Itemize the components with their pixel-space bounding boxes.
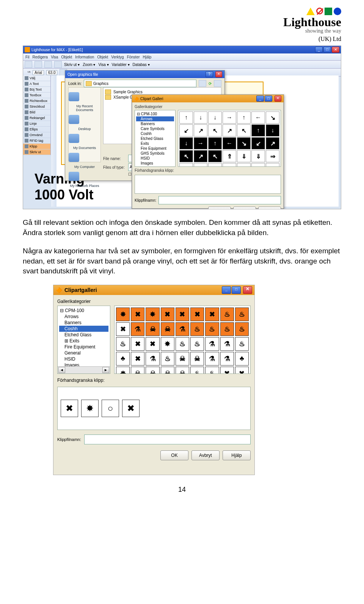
category-tree[interactable]: ⊟ CPM-100ArrowsBannersCare SymbolsCoshhE… <box>135 110 176 167</box>
clipart-cell[interactable]: ← <box>223 137 236 149</box>
cancel-button[interactable]: Avbryt <box>191 450 220 460</box>
tool-item[interactable]: Bild <box>23 110 50 115</box>
tree-item[interactable]: Exits <box>136 141 174 146</box>
place-item[interactable]: My Documents <box>69 134 100 150</box>
help-button[interactable]: ? <box>206 71 213 77</box>
scroll-left[interactable]: ◄ <box>58 367 65 373</box>
hazard-cell[interactable]: ♨ <box>161 352 174 366</box>
close-button[interactable]: ✕ <box>243 286 252 294</box>
category-tree[interactable]: ⊟ CPM-100ArrowsBannersCoshhEtched Glass⊞… <box>57 306 110 374</box>
hazard-cell[interactable]: ✖ <box>161 307 174 321</box>
toolbar-item[interactable]: Databas ▾ <box>133 63 150 67</box>
toolbar-button[interactable] <box>25 61 32 68</box>
hazard-cell[interactable]: ⚗ <box>205 352 219 366</box>
toolbar-item[interactable]: Zoom ▾ <box>83 63 95 67</box>
view-button[interactable] <box>214 80 221 87</box>
clipart-cell[interactable]: ↑ <box>266 163 279 167</box>
hazard-cell[interactable]: ✖ <box>235 367 249 374</box>
hazard-cell[interactable]: ✖ <box>205 307 219 321</box>
tool-item[interactable]: Linje <box>23 121 50 127</box>
clipart-grid[interactable]: ✸✖✸✖✖✖✖♨♨✖⚗☠☠⚗♨♨♨♨♨✖✖✸♨♨⚗⚗♨♣✖⚗♨☠☠⚗⚗♣✸☠☠☠… <box>114 306 251 374</box>
clipart-cell[interactable]: ↗ <box>266 137 279 149</box>
clipart-cell[interactable]: ⇑ <box>179 163 193 167</box>
clipart-cell[interactable]: ↗ <box>223 124 236 136</box>
hazard-cell[interactable]: ♨ <box>116 337 130 351</box>
clipart-cell[interactable]: ⇓ <box>237 150 251 162</box>
clipart-cell[interactable]: ↑ <box>208 137 222 149</box>
hazard-cell[interactable]: ♨ <box>190 367 204 374</box>
hazard-cell[interactable]: ✖ <box>190 307 204 321</box>
tool-item[interactable]: Ellips <box>23 127 50 132</box>
clipart-cell[interactable]: ↓ <box>194 111 207 124</box>
menu-item[interactable]: Hjälp <box>143 55 152 59</box>
tree-item[interactable]: General <box>59 350 108 356</box>
menu-item[interactable]: Objekt <box>61 55 72 59</box>
lookin-combo[interactable]: Graphics <box>84 80 196 87</box>
place-item[interactable]: My Recent Documents <box>69 92 100 112</box>
clipart-cell[interactable]: ↖ <box>208 150 222 162</box>
hazard-cell[interactable]: ✸ <box>146 307 159 321</box>
menubar[interactable]: FilRedigeraVisaObjektInformationObjektVe… <box>23 53 341 61</box>
clipart-cell[interactable]: ⇐ <box>194 163 207 167</box>
hazard-cell[interactable]: ✖ <box>220 367 234 374</box>
clipart-cell[interactable]: ← <box>251 111 265 124</box>
scroll-right[interactable]: ► <box>102 367 109 373</box>
clipart-cell[interactable]: ↓ <box>251 163 265 167</box>
hazard-cell[interactable]: ♨ <box>205 367 219 374</box>
hazard-cell[interactable]: ☠ <box>161 322 174 336</box>
clipart-cell[interactable]: → <box>194 137 207 149</box>
clipart-cell[interactable]: ↓ <box>266 124 279 136</box>
clipart-cell[interactable]: → <box>237 163 251 167</box>
hazard-cell[interactable]: ✖ <box>146 337 159 351</box>
tool-item[interactable]: Böj Text <box>23 87 50 93</box>
menu-item[interactable]: Fönster <box>127 55 140 59</box>
hazard-cell[interactable]: ♣ <box>116 352 130 366</box>
file-item[interactable]: Sample Graphics <box>105 89 220 94</box>
toolbar-button[interactable] <box>54 61 62 68</box>
clipart-cell[interactable]: ⇒ <box>266 150 279 162</box>
place-item[interactable]: My Computer <box>69 153 100 169</box>
toolbar-button[interactable] <box>44 61 52 68</box>
menu-item[interactable]: Fil <box>25 55 30 59</box>
hazard-cell[interactable]: ✖ <box>131 352 144 366</box>
close-button[interactable]: ✕ <box>275 96 281 102</box>
hazard-cell[interactable]: ♨ <box>176 337 189 351</box>
minimize-button[interactable]: _ <box>315 47 323 53</box>
hazard-cell[interactable]: ♨ <box>190 337 204 351</box>
hazard-cell[interactable]: ☠ <box>146 367 159 374</box>
hazard-cell[interactable]: ☠ <box>146 322 159 336</box>
menu-item[interactable]: Objekt <box>97 55 108 59</box>
hazard-cell[interactable]: ⚗ <box>176 322 189 336</box>
clipart-cell[interactable]: ↑ <box>251 124 265 136</box>
tree-item[interactable]: GHS Symbols <box>136 151 174 156</box>
clipart-cell[interactable]: ↖ <box>237 124 251 136</box>
tree-item[interactable]: ⊞ Exits <box>59 338 108 344</box>
tree-item[interactable]: Fire Equipment <box>136 146 174 151</box>
hazard-cell[interactable]: ✖ <box>131 337 144 351</box>
toolbar-item[interactable]: Skriv ut ▾ <box>64 63 80 67</box>
maximize-button[interactable]: □ <box>323 47 331 53</box>
maximize-button[interactable]: □ <box>265 96 272 102</box>
ok-button[interactable]: OK <box>208 207 231 209</box>
tree-item[interactable]: HSID <box>136 156 174 161</box>
dialog-titlebar[interactable]: Open graphics file ? ✕ <box>65 71 224 78</box>
tree-item[interactable]: Arrows <box>59 314 108 320</box>
clipart-cell[interactable]: ↙ <box>251 137 265 149</box>
clipart-cell[interactable]: ↓ <box>179 137 193 149</box>
menu-item[interactable]: Information <box>75 55 94 59</box>
menu-item[interactable]: Visa <box>51 55 58 59</box>
tool-item[interactable]: Skriv ut <box>23 149 50 155</box>
tool-item[interactable]: RFID tag <box>23 138 50 144</box>
hazard-cell[interactable]: ☠ <box>161 367 174 374</box>
tree-item[interactable]: Etched Glass <box>59 332 108 338</box>
clipart-cell[interactable]: ↘ <box>266 111 279 124</box>
hazard-cell[interactable]: ⚗ <box>146 352 159 366</box>
hazard-cell[interactable]: ✖ <box>176 307 189 321</box>
toolbar-button[interactable] <box>35 61 42 68</box>
hazard-cell[interactable]: ♨ <box>190 322 204 336</box>
clipart-cell[interactable]: ↗ <box>194 124 207 136</box>
tree-scrollbar[interactable]: ◄► <box>58 366 110 373</box>
tree-item[interactable]: Coshh <box>59 326 108 332</box>
tool-item[interactable]: A Text <box>23 81 50 87</box>
close-button[interactable]: ✕ <box>215 71 222 77</box>
